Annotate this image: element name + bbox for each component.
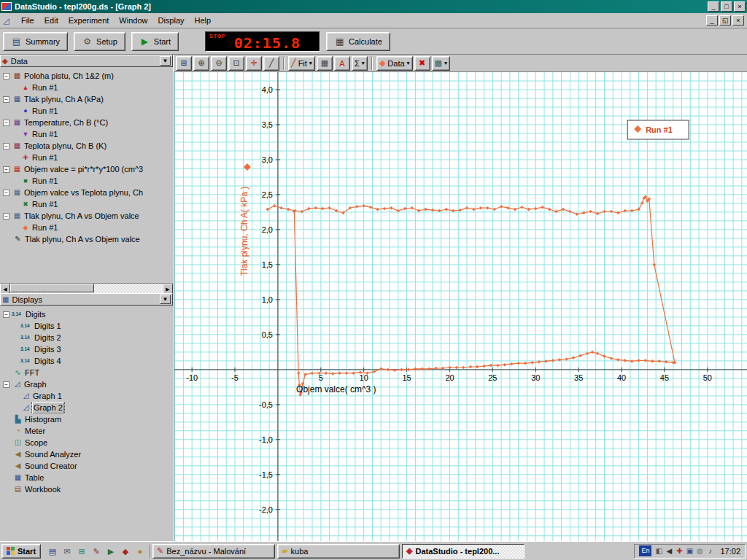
menu-file[interactable]: File — [16, 15, 39, 26]
data-menu-button[interactable]: ◆Data▾ — [376, 56, 413, 71]
setup-button[interactable]: ⚙ Setup — [74, 32, 125, 51]
display-tree-item[interactable]: −◿Graph — [0, 378, 173, 390]
data-tree-item[interactable]: ✚Run #1 — [0, 152, 173, 163]
data-tree-item[interactable]: ◆Run #1 — [0, 222, 173, 233]
tray-scheduler-icon[interactable]: ◍ — [694, 547, 705, 555]
menu-edit[interactable]: Edit — [39, 15, 63, 26]
tray-volume-icon[interactable]: ◀ — [664, 547, 674, 555]
data-panel-dropdown-icon[interactable]: ▼ — [160, 56, 171, 66]
zoom-select-button[interactable]: ⊡ — [228, 56, 244, 71]
scrollbar-thumb[interactable] — [10, 284, 94, 292]
remove-button[interactable]: ✖ — [414, 56, 430, 71]
taskbar-task-button[interactable]: ▰kuba — [277, 544, 400, 559]
scroll-right-icon[interactable]: ▶ — [163, 284, 173, 294]
display-tree-item[interactable]: ◿Graph 2 — [0, 402, 173, 413]
quick-launch-app1-icon[interactable]: ◆ — [119, 545, 132, 558]
display-tree-item[interactable]: ◀Sound Analyzer — [0, 448, 173, 460]
menu-experiment[interactable]: Experiment — [63, 15, 115, 26]
data-tree-item[interactable]: −▦Tlak plynu, Ch A vs Objem valce — [0, 210, 173, 222]
expand-collapse-icon[interactable]: − — [3, 96, 9, 103]
quick-launch-app2-icon[interactable]: ● — [133, 545, 147, 558]
data-tree-item[interactable]: −▦Tlak plynu, Ch A (kPa) — [0, 93, 173, 105]
minimize-button[interactable]: _ — [708, 1, 719, 12]
display-tree-item[interactable]: ▤Workbook — [0, 483, 173, 495]
tray-network-icon[interactable]: ▣ — [684, 547, 694, 555]
data-tree-item[interactable]: −▦Objem valce = pi*r*r*y*100 (cm^3 — [0, 163, 173, 175]
display-tree-item[interactable]: ▦Table — [0, 472, 173, 483]
data-tree-item[interactable]: ▼Run #1 — [0, 128, 173, 140]
display-tree-item[interactable]: ◿Graph 1 — [0, 390, 173, 402]
svg-text:10: 10 — [360, 373, 368, 382]
tray-sound-icon[interactable]: ♪ — [705, 547, 715, 555]
calculate-button[interactable]: ▦ Calculate — [326, 32, 390, 51]
menu-help[interactable]: Help — [190, 15, 217, 26]
scroll-left-icon[interactable]: ◀ — [0, 284, 10, 294]
tray-antivirus-icon[interactable]: ✚ — [674, 547, 684, 555]
data-tree-item[interactable]: ✎Tlak plynu, Ch A vs Objem valce — [0, 233, 173, 245]
data-tree-item[interactable]: ✖Run #1 — [0, 198, 173, 210]
legend[interactable]: Run #1 — [627, 120, 689, 139]
maximize-button[interactable]: □ — [721, 1, 732, 12]
display-tree-item[interactable]: ∿FFT — [0, 367, 173, 378]
zoom-in-button[interactable]: ⊕ — [193, 56, 209, 71]
data-tree-item[interactable]: −▦Temperature, Ch B (°C) — [0, 117, 173, 128]
expand-collapse-icon[interactable]: − — [3, 311, 9, 318]
tray-display-icon[interactable]: ◧ — [654, 547, 664, 555]
data-tree-item[interactable]: −▦Objem valce vs Teplota plynu, Ch — [0, 187, 173, 198]
menu-display[interactable]: Display — [152, 15, 189, 26]
data-tree-item[interactable]: ●Run #1 — [0, 105, 173, 117]
smart-tool-button[interactable]: ✛ — [246, 56, 262, 71]
graph-canvas[interactable]: -10-551015202530354045504,03,53,02,52,01… — [174, 72, 747, 541]
expand-collapse-icon[interactable]: − — [3, 213, 9, 219]
expand-collapse-icon[interactable]: − — [3, 73, 9, 79]
data-tree-item[interactable]: −▦Poloha pistu, Ch 1&2 (m) — [0, 70, 173, 82]
data-tree-item[interactable]: ■Run #1 — [0, 175, 173, 187]
quick-launch-browser-icon[interactable]: ⊞ — [75, 545, 88, 558]
menu-window[interactable]: Window — [114, 15, 152, 26]
display-tree-item[interactable]: ◫Scope — [0, 437, 173, 448]
graph-area[interactable]: -10-551015202530354045504,03,53,02,52,01… — [174, 72, 747, 541]
quick-launch-media-icon[interactable]: ▶ — [104, 545, 117, 558]
displays-panel-dropdown-icon[interactable]: ▼ — [160, 295, 171, 304]
keyboard-layout-indicator[interactable]: En — [639, 545, 651, 556]
expand-collapse-icon[interactable]: − — [3, 120, 9, 126]
data-tree-hscrollbar[interactable]: ◀ ▶ — [0, 283, 173, 293]
close-button[interactable]: × — [734, 1, 746, 12]
graph-settings-button[interactable]: ▩▾ — [432, 56, 450, 71]
quick-launch-paint-icon[interactable]: ✎ — [90, 545, 103, 558]
calculator-button[interactable]: ▦ — [317, 56, 333, 71]
quick-launch-desktop-icon[interactable]: ▤ — [46, 545, 59, 558]
text-annotation-button[interactable]: A — [334, 56, 350, 71]
mdi-restore-button[interactable]: ◱ — [719, 15, 731, 26]
data-tree-item[interactable]: −▦Teplota plynu, Ch B (K) — [0, 140, 173, 152]
slope-tool-button[interactable]: ╱ — [263, 56, 279, 71]
data-series-line[interactable] — [268, 197, 675, 395]
statistics-button[interactable]: Σ▾ — [352, 56, 368, 71]
start-menu-button[interactable]: Start — [1, 544, 41, 559]
display-tree-item[interactable]: 3.14Digits 3 — [0, 343, 173, 355]
taskbar-task-button[interactable]: ✎Bez_názvu - Malování — [152, 544, 275, 559]
data-series-markers[interactable] — [266, 195, 677, 397]
expand-collapse-icon[interactable]: − — [3, 381, 9, 388]
display-tree-item[interactable]: ◔Meter — [0, 425, 173, 437]
summary-button[interactable]: ▤ Summary — [3, 32, 68, 51]
quick-launch-mail-icon[interactable]: ✉ — [61, 545, 74, 558]
display-tree-item[interactable]: 3.14Digits 4 — [0, 355, 173, 367]
scrollbar-track[interactable] — [10, 284, 163, 293]
display-tree-item[interactable]: 3.14Digits 1 — [0, 320, 173, 332]
display-tree-item[interactable]: −3.14Digits — [0, 308, 173, 320]
display-tree-item[interactable]: ▙Histogram — [0, 413, 173, 425]
fit-menu-button[interactable]: ╱Fit▾ — [288, 56, 315, 71]
display-tree-item[interactable]: 3.14Digits 2 — [0, 332, 173, 343]
mdi-minimize-button[interactable]: _ — [706, 15, 718, 26]
data-tree-item[interactable]: ▲Run #1 — [0, 82, 173, 93]
start-button[interactable]: ▶ Start — [131, 32, 179, 51]
expand-collapse-icon[interactable]: − — [3, 166, 9, 173]
display-tree-item[interactable]: ◀Sound Creator — [0, 460, 173, 472]
expand-collapse-icon[interactable]: − — [3, 143, 9, 149]
taskbar-task-button[interactable]: ◈DataStudio - tepl200... — [402, 544, 525, 559]
expand-collapse-icon[interactable]: − — [3, 190, 9, 196]
zoom-out-button[interactable]: ⊖ — [211, 56, 227, 71]
scale-to-fit-button[interactable]: ⊞ — [176, 56, 192, 71]
mdi-close-button[interactable]: × — [732, 15, 744, 26]
